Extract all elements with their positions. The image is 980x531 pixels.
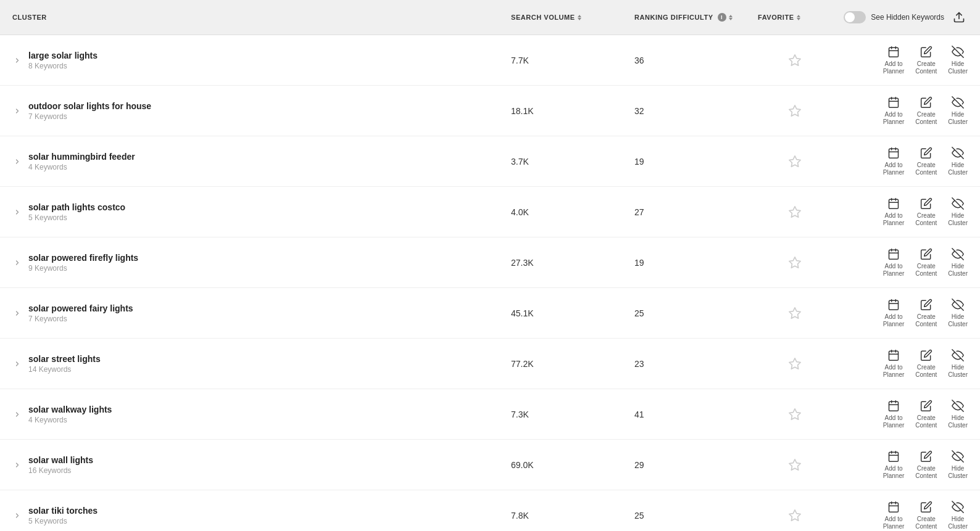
search-volume-cell: 7.8K <box>511 511 634 521</box>
ranking-difficulty-cell: 19 <box>634 157 758 167</box>
create-content-label: CreateContent <box>915 111 937 126</box>
keyword-count: 8 Keywords <box>28 62 98 70</box>
add-to-planner-button[interactable]: Add toPlanner <box>883 96 904 126</box>
favorite-cell[interactable] <box>758 357 832 371</box>
favorite-cell[interactable] <box>758 408 832 421</box>
add-to-planner-button[interactable]: Add toPlanner <box>883 399 904 429</box>
create-content-button[interactable]: CreateContent <box>915 399 937 429</box>
actions-cell: Add toPlanner CreateContent HideCluster <box>832 96 968 126</box>
hide-cluster-label: HideCluster <box>948 60 968 75</box>
add-to-planner-button[interactable]: Add toPlanner <box>883 45 904 75</box>
ranking-difficulty-cell: 25 <box>634 308 758 318</box>
search-volume-cell: 69.0K <box>511 460 634 470</box>
create-content-button[interactable]: CreateContent <box>915 45 937 75</box>
hide-cluster-button[interactable]: HideCluster <box>948 399 968 429</box>
favorite-cell[interactable] <box>758 104 832 118</box>
expand-icon[interactable] <box>12 360 22 368</box>
svg-marker-37 <box>789 358 800 368</box>
cluster-name: solar path lights costco <box>28 202 125 212</box>
add-to-planner-button[interactable]: Add toPlanner <box>883 146 904 176</box>
actions-cell: Add toPlanner CreateContent HideCluster <box>832 197 968 227</box>
hide-cluster-button[interactable]: HideCluster <box>948 298 968 328</box>
hide-cluster-button[interactable]: HideCluster <box>948 500 968 530</box>
add-to-planner-button[interactable]: Add toPlanner <box>883 197 904 227</box>
search-volume-cell: 18.1K <box>511 106 634 116</box>
hide-cluster-label: HideCluster <box>948 162 968 176</box>
see-hidden-keywords-toggle[interactable] <box>844 11 866 23</box>
table-row: solar wall lights 16 Keywords 69.0K 29 A… <box>0 440 980 490</box>
ranking-difficulty-sort-icon <box>729 15 733 20</box>
cluster-info: solar street lights 14 Keywords <box>28 354 101 374</box>
add-to-planner-label: Add toPlanner <box>883 364 904 379</box>
hide-icon <box>951 298 965 311</box>
edit-icon <box>920 45 933 59</box>
hide-cluster-label: HideCluster <box>948 263 968 278</box>
actions-cell: Add toPlanner CreateContent HideCluster <box>832 348 968 379</box>
favorite-cell[interactable] <box>758 458 832 472</box>
add-to-planner-label: Add toPlanner <box>883 60 904 75</box>
add-to-planner-label: Add toPlanner <box>883 162 904 176</box>
hide-cluster-label: HideCluster <box>948 212 968 227</box>
expand-icon[interactable] <box>12 512 22 519</box>
svg-marker-13 <box>789 155 800 166</box>
create-content-button[interactable]: CreateContent <box>915 146 937 176</box>
hide-cluster-button[interactable]: HideCluster <box>948 450 968 480</box>
favorite-cell[interactable] <box>758 205 832 219</box>
search-volume-cell: 45.1K <box>511 308 634 318</box>
hide-cluster-label: HideCluster <box>948 364 968 379</box>
search-volume-column-header[interactable]: SEARCH VOLUME <box>511 14 634 21</box>
expand-icon[interactable] <box>12 310 22 317</box>
add-to-planner-button[interactable]: Add toPlanner <box>883 450 904 480</box>
expand-icon[interactable] <box>12 158 22 165</box>
add-to-planner-button[interactable]: Add toPlanner <box>883 348 904 379</box>
hide-cluster-button[interactable]: HideCluster <box>948 45 968 75</box>
keyword-cluster-table: CLUSTER SEARCH VOLUME RANKING DIFFICULTY… <box>0 0 980 531</box>
hide-cluster-button[interactable]: HideCluster <box>948 247 968 278</box>
create-content-button[interactable]: CreateContent <box>915 96 937 126</box>
create-content-label: CreateContent <box>915 414 937 429</box>
add-to-planner-button[interactable]: Add toPlanner <box>883 298 904 328</box>
create-content-button[interactable]: CreateContent <box>915 298 937 328</box>
actions-cell: Add toPlanner CreateContent HideCluster <box>832 450 968 480</box>
expand-icon[interactable] <box>12 411 22 418</box>
create-content-label: CreateContent <box>915 516 937 530</box>
table-row: solar walkway lights 4 Keywords 7.3K 41 … <box>0 389 980 440</box>
add-to-planner-label: Add toPlanner <box>883 313 904 328</box>
add-to-planner-button[interactable]: Add toPlanner <box>883 500 904 530</box>
search-volume-cell: 77.2K <box>511 359 634 369</box>
favorite-cell[interactable] <box>758 155 832 168</box>
favorite-cell[interactable] <box>758 509 832 522</box>
keyword-count: 16 Keywords <box>28 466 93 475</box>
export-button[interactable] <box>950 9 968 26</box>
create-content-button[interactable]: CreateContent <box>915 348 937 379</box>
expand-icon[interactable] <box>12 57 22 64</box>
expand-icon[interactable] <box>12 107 22 115</box>
expand-icon[interactable] <box>12 259 22 266</box>
add-to-planner-button[interactable]: Add toPlanner <box>883 247 904 278</box>
svg-rect-8 <box>889 98 899 107</box>
cluster-cell: solar path lights costco 5 Keywords <box>12 202 511 222</box>
keyword-count: 14 Keywords <box>28 365 101 374</box>
create-content-button[interactable]: CreateContent <box>915 450 937 480</box>
hide-cluster-button[interactable]: HideCluster <box>948 96 968 126</box>
actions-cell: Add toPlanner CreateContent HideCluster <box>832 298 968 328</box>
keyword-count: 4 Keywords <box>28 416 112 424</box>
cluster-info: large solar lights 8 Keywords <box>28 51 98 70</box>
create-content-button[interactable]: CreateContent <box>915 197 937 227</box>
favorite-cell[interactable] <box>758 307 832 320</box>
favorite-column-header[interactable]: FAVORITE <box>758 14 832 21</box>
create-content-button[interactable]: CreateContent <box>915 500 937 530</box>
hide-cluster-button[interactable]: HideCluster <box>948 348 968 379</box>
hide-cluster-button[interactable]: HideCluster <box>948 146 968 176</box>
expand-icon[interactable] <box>12 461 22 469</box>
create-content-button[interactable]: CreateContent <box>915 247 937 278</box>
favorite-cell[interactable] <box>758 256 832 270</box>
ranking-difficulty-column-header[interactable]: RANKING DIFFICULTY i <box>634 13 758 22</box>
calendar-icon <box>887 197 900 210</box>
hide-cluster-button[interactable]: HideCluster <box>948 197 968 227</box>
hide-icon <box>951 348 965 362</box>
cluster-info: solar powered fairy lights 7 Keywords <box>28 303 133 323</box>
favorite-cell[interactable] <box>758 54 832 67</box>
ranking-difficulty-cell: 23 <box>634 359 758 369</box>
expand-icon[interactable] <box>12 208 22 216</box>
